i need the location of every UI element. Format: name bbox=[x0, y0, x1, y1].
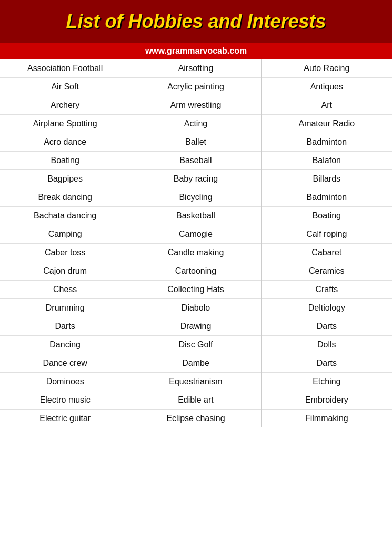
list-item: Air Soft bbox=[0, 78, 130, 96]
list-item: Eclipse chasing bbox=[130, 410, 260, 427]
list-item: Disc Golf bbox=[130, 336, 260, 354]
list-item: Amateur Radio bbox=[262, 115, 392, 133]
list-item: Electric guitar bbox=[0, 410, 130, 427]
list-item: Bagpipes bbox=[0, 170, 130, 188]
list-item: Filmmaking bbox=[262, 410, 392, 427]
list-item: Edible art bbox=[130, 391, 260, 410]
list-item: Art bbox=[262, 96, 392, 115]
list-item: Cartooning bbox=[130, 262, 260, 281]
list-item: Diabolo bbox=[130, 299, 260, 317]
list-item: Calf roping bbox=[262, 225, 392, 244]
website-bar: www.grammarvocab.com bbox=[0, 43, 392, 59]
list-item: Darts bbox=[0, 317, 130, 336]
list-item: Badminton bbox=[262, 188, 392, 207]
list-item: Bachata dancing bbox=[0, 207, 130, 225]
list-item: Acro dance bbox=[0, 133, 130, 152]
list-item: Dancing bbox=[0, 336, 130, 354]
list-item: Darts bbox=[262, 354, 392, 373]
list-item: Electro music bbox=[0, 391, 130, 410]
list-item: Ceramics bbox=[262, 262, 392, 281]
list-item: Cabaret bbox=[262, 244, 392, 262]
list-item: Candle making bbox=[130, 244, 260, 262]
list-item: Auto Racing bbox=[262, 59, 392, 78]
list-item: Antiques bbox=[262, 78, 392, 96]
list-item: Drawing bbox=[130, 317, 260, 336]
list-item: Dominoes bbox=[0, 373, 130, 391]
list-item: Crafts bbox=[262, 281, 392, 299]
list-item: Balafon bbox=[262, 152, 392, 170]
list-item: Airsofting bbox=[130, 59, 260, 78]
column-2: AirsoftingAcrylic paintingArm wrestlingA… bbox=[130, 59, 261, 427]
list-item: Dambe bbox=[130, 354, 260, 373]
list-item: Collecting Hats bbox=[130, 281, 260, 299]
list-item: Boating bbox=[0, 152, 130, 170]
list-item: Deltiology bbox=[262, 299, 392, 317]
list-item: Airplane Spotting bbox=[0, 115, 130, 133]
list-item: Bicycling bbox=[130, 188, 260, 207]
list-item: Dance crew bbox=[0, 354, 130, 373]
list-item: Dolls bbox=[262, 336, 392, 354]
list-item: Etching bbox=[262, 373, 392, 391]
list-item: Baseball bbox=[130, 152, 260, 170]
list-item: Acting bbox=[130, 115, 260, 133]
list-item: Camping bbox=[0, 225, 130, 244]
content-grid: Association FootballAir SoftArcheryAirpl… bbox=[0, 59, 392, 427]
list-item: Caber toss bbox=[0, 244, 130, 262]
list-item: Boating bbox=[262, 207, 392, 225]
list-item: Baby racing bbox=[130, 170, 260, 188]
list-item: Embroidery bbox=[262, 391, 392, 410]
list-item: Chess bbox=[0, 281, 130, 299]
list-item: Association Football bbox=[0, 59, 130, 78]
list-item: Drumming bbox=[0, 299, 130, 317]
header: List of Hobbies and Interests bbox=[0, 0, 392, 43]
list-item: Break dancing bbox=[0, 188, 130, 207]
list-item: Billards bbox=[262, 170, 392, 188]
header-title: List of Hobbies and Interests bbox=[66, 11, 326, 32]
list-item: Equestrianism bbox=[130, 373, 260, 391]
list-item: Cajon drum bbox=[0, 262, 130, 281]
list-item: Camogie bbox=[130, 225, 260, 244]
list-item: Arm wrestling bbox=[130, 96, 260, 115]
list-item: Acrylic painting bbox=[130, 78, 260, 96]
list-item: Badminton bbox=[262, 133, 392, 152]
website-url: www.grammarvocab.com bbox=[145, 46, 247, 55]
column-3: Auto RacingAntiquesArtAmateur RadioBadmi… bbox=[262, 59, 392, 427]
list-item: Archery bbox=[0, 96, 130, 115]
list-item: Darts bbox=[262, 317, 392, 336]
column-1: Association FootballAir SoftArcheryAirpl… bbox=[0, 59, 130, 427]
list-item: Basketball bbox=[130, 207, 260, 225]
list-item: Ballet bbox=[130, 133, 260, 152]
